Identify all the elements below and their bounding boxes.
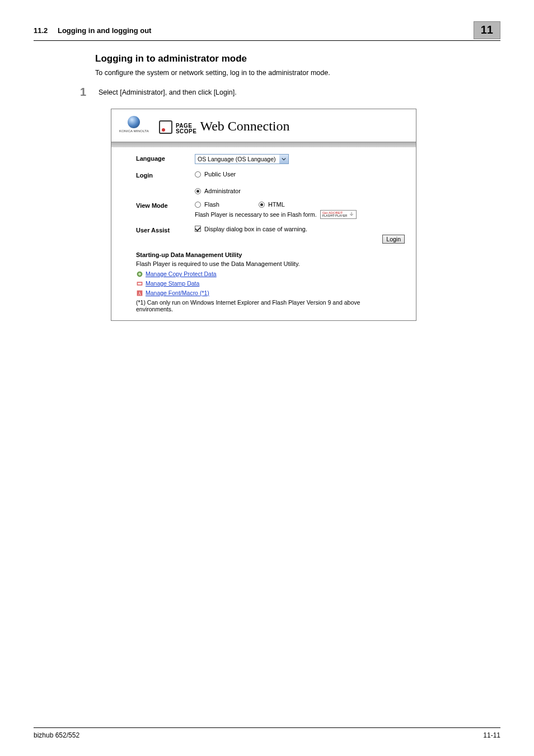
page-title: Logging in to administrator mode [95, 53, 500, 64]
globe-icon [128, 116, 140, 128]
login-administrator-label: Administrator [204, 188, 241, 194]
dmu-footnote: (*1) Can only run on Windows Internet Ex… [136, 299, 371, 312]
section-title: Logging in and logging out [58, 26, 152, 35]
konica-minolta-text: KONICA MINOLTA [119, 129, 149, 133]
svg-point-1 [138, 273, 141, 276]
manage-copy-protect-link-row: Manage Copy Protect Data [136, 270, 408, 278]
manage-font-macro-link[interactable]: Manage Font/Macro (*1) [146, 290, 209, 296]
view-html-radio[interactable]: HTML [259, 201, 285, 208]
stamp-icon [136, 280, 143, 287]
language-value: OS Language (OS Language) [198, 156, 276, 162]
step-number: 1 [76, 86, 86, 99]
dmu-note: Flash Player is required to use the Data… [136, 260, 408, 267]
adobe-bottom: FLASH® PLAYER [322, 214, 348, 218]
page-footer: bizhub 652/552 11-11 [34, 727, 500, 739]
language-select[interactable]: OS Language (OS Language) [195, 154, 289, 164]
section-label: 11.2 Logging in and logging out [34, 26, 151, 35]
data-management-utility-block: Starting-up Data Management Utility Flas… [119, 251, 408, 312]
flash-player-note: Flash Player is necessary to see in Flas… [195, 211, 317, 218]
font-macro-icon: A [136, 290, 143, 297]
manage-font-macro-link-row: A Manage Font/Macro (*1) [136, 290, 408, 297]
download-arrow-icon [349, 212, 354, 217]
footer-left: bizhub 652/552 [34, 731, 79, 739]
chapter-badge: 11 [474, 21, 500, 39]
user-assist-label: User Assist [136, 226, 189, 244]
konica-minolta-logo: KONICA MINOLTA [119, 116, 149, 133]
radio-unselected-icon [195, 171, 201, 178]
dmu-title: Starting-up Data Management Utility [136, 251, 408, 258]
manage-stamp-link[interactable]: Manage Stamp Data [146, 280, 199, 287]
page-header: 11.2 Logging in and logging out 11 [34, 21, 500, 41]
login-administrator-radio[interactable]: Administrator [195, 188, 408, 194]
login-button[interactable]: Login [382, 235, 405, 244]
manage-copy-protect-link[interactable]: Manage Copy Protect Data [146, 270, 217, 277]
chevron-down-icon [279, 155, 288, 164]
pagescope-mark-icon [159, 120, 172, 134]
language-label: Language [136, 154, 189, 164]
footer-right: 11-11 [483, 731, 500, 739]
manage-stamp-link-row: Manage Stamp Data [136, 280, 408, 287]
view-html-label: HTML [268, 201, 285, 208]
user-assist-option-label: Display dialog box in case of warning. [204, 226, 307, 232]
radio-unselected-icon [195, 202, 201, 208]
copy-protect-icon [136, 270, 143, 278]
radio-selected-icon [259, 202, 265, 208]
view-flash-label: Flash [204, 201, 219, 208]
web-connection-text: Web Connection [200, 119, 289, 134]
step-text: Select [Administrator], and then click [… [99, 86, 237, 96]
login-public-user-label: Public User [204, 171, 236, 178]
svg-rect-3 [138, 282, 142, 284]
get-adobe-flash-button[interactable]: Get ADOBE® FLASH® PLAYER [320, 210, 357, 219]
view-flash-radio[interactable]: Flash [195, 201, 219, 208]
divider-bar [111, 142, 416, 147]
intro-text: To configure the system or network setti… [95, 69, 500, 77]
view-mode-label: View Mode [136, 201, 189, 219]
radio-selected-icon [195, 188, 201, 194]
svg-text:A: A [138, 291, 142, 296]
pagescope-lower: SCOPE [176, 128, 197, 134]
login-screenshot: KONICA MINOLTA PAGESCOPE Web Connection … [111, 109, 416, 321]
login-public-user-radio[interactable]: Public User [195, 171, 408, 178]
checkbox-checked-icon [195, 226, 201, 232]
pagescope-logo: PAGESCOPE Web Connection [159, 119, 290, 134]
login-label: Login [136, 171, 189, 194]
section-number: 11.2 [34, 26, 48, 35]
logo-row: KONICA MINOLTA PAGESCOPE Web Connection [119, 116, 408, 134]
step-1: 1 Select [Administrator], and then click… [95, 86, 500, 99]
user-assist-checkbox[interactable]: Display dialog box in case of warning. [195, 226, 408, 232]
